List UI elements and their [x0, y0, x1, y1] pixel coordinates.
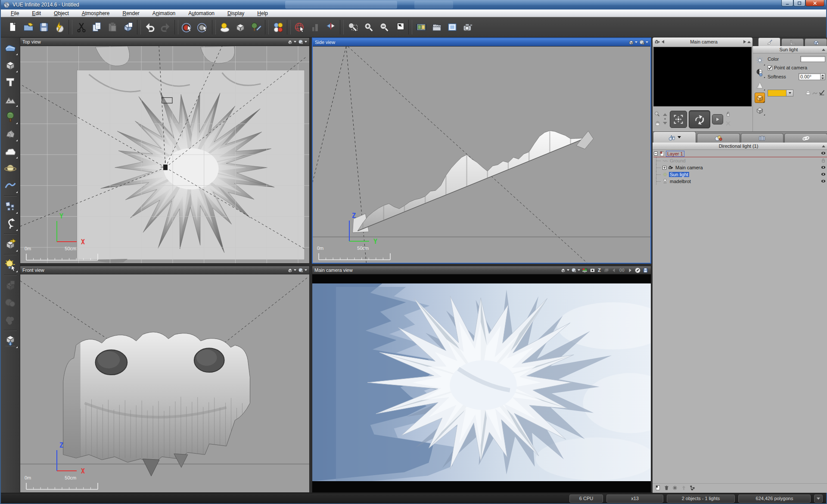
wind-effect-tool[interactable] — [2, 215, 19, 232]
light-bulb-tool[interactable] — [2, 257, 19, 273]
preview-zoom-icon[interactable] — [654, 111, 660, 118]
preview-pan-hand-icon[interactable] — [654, 120, 660, 128]
dot-rect-icon[interactable] — [589, 267, 596, 274]
softness-spin-arrows[interactable] — [820, 74, 825, 80]
scatter-objects-tool[interactable] — [2, 198, 19, 215]
front-view-canvas[interactable]: Z X 0m50cm — [20, 274, 309, 492]
aspect-tab-linked-objects[interactable] — [805, 38, 827, 46]
edit-terrain-button[interactable] — [248, 19, 264, 35]
preview-dolly-spinner[interactable] — [662, 112, 668, 127]
front-view-header[interactable]: Front view — [20, 266, 309, 274]
camera-settings-button[interactable] — [460, 19, 476, 35]
menu-help[interactable]: Help — [251, 9, 274, 17]
render-button[interactable] — [414, 19, 429, 35]
aspect-tab-measure-tool[interactable] — [781, 38, 804, 46]
light-rail-checker-sphere[interactable] — [755, 68, 765, 78]
quick-save-button[interactable] — [52, 19, 67, 35]
select-object-button[interactable] — [180, 19, 195, 35]
item-visibility-eye-icon[interactable] — [821, 178, 826, 185]
minimize-button[interactable] — [781, 0, 793, 6]
selection-section-header[interactable]: Directional light (1) — [653, 143, 827, 150]
tree-expander-plus[interactable] — [662, 166, 666, 170]
deselect-object-button[interactable] — [195, 19, 211, 35]
tree-item-madelbrot[interactable]: madelbrot — [653, 178, 827, 185]
camera-rotate-button[interactable] — [689, 110, 710, 128]
browser-tab-objects[interactable] — [653, 131, 696, 143]
top-view-header[interactable]: Top view — [20, 38, 309, 46]
screen-color-icon[interactable] — [581, 267, 588, 274]
spline-tool[interactable] — [2, 177, 19, 194]
sphere-view-icon[interactable] — [571, 267, 580, 274]
item-locked-icon[interactable] — [821, 158, 826, 164]
tree-item-sun-light[interactable]: Sun light — [653, 171, 827, 178]
collapse-section-button[interactable] — [822, 145, 825, 147]
hierarchy-icon[interactable] — [689, 485, 696, 492]
point-at-camera-checkbox[interactable] — [768, 65, 772, 70]
item-visibility-eye-icon[interactable] — [821, 150, 826, 157]
tree-expander-minus[interactable] — [654, 152, 658, 156]
flip-flags-button[interactable] — [323, 19, 339, 35]
depth-z-toggle[interactable]: Z — [597, 268, 602, 273]
export-object-tool[interactable] — [2, 236, 19, 252]
camera-lock-icon[interactable] — [725, 111, 731, 118]
status-options-dropdown[interactable] — [814, 495, 823, 503]
rotate-globe-button[interactable] — [292, 19, 308, 35]
top-view-canvas[interactable]: Y X 0m50cm — [20, 46, 309, 263]
new-document-button[interactable] — [5, 19, 21, 35]
light-rail-sun-icon[interactable] — [755, 55, 765, 65]
light-rail-cube-gray[interactable] — [755, 105, 765, 115]
next-camera-button[interactable] — [743, 40, 746, 44]
add-layer-icon[interactable] — [655, 485, 661, 492]
drop-to-ground-tool[interactable] — [2, 333, 19, 349]
rock-tool[interactable] — [2, 126, 19, 142]
menu-file[interactable]: File — [4, 9, 25, 17]
browser-tab-links[interactable] — [784, 133, 827, 143]
cube-small-icon[interactable] — [628, 39, 637, 46]
collapse-camera-panel-button[interactable] — [747, 41, 751, 43]
selection-set-button[interactable] — [270, 19, 286, 35]
title-bar[interactable]: VUE Infinite 2014.6 - Untitled — [1, 0, 826, 9]
pen-round-icon[interactable] — [634, 267, 641, 274]
save-sm-icon[interactable] — [642, 267, 649, 274]
edit-primitive-button[interactable] — [233, 19, 248, 35]
browser-tab-alternatives[interactable] — [741, 133, 784, 143]
menu-object[interactable]: Object — [47, 9, 75, 17]
sphere-view-icon[interactable] — [639, 39, 648, 46]
camera-preview[interactable] — [653, 47, 752, 106]
ghost-shadow-icon[interactable] — [805, 89, 811, 97]
duplicate-button[interactable] — [120, 19, 136, 35]
side-view-header[interactable]: Side view — [313, 38, 650, 47]
item-visibility-eye-icon[interactable] — [821, 171, 826, 178]
menu-edit[interactable]: Edit — [25, 9, 47, 17]
water-plane-tool[interactable] — [2, 40, 19, 56]
collapse-light-panel-button[interactable] — [822, 49, 825, 51]
open-file-button[interactable] — [21, 19, 36, 35]
arrow-right-sm-icon[interactable] — [627, 267, 633, 274]
aspect-tab-paint-tool[interactable] — [758, 37, 780, 46]
camera-pan-pad-button[interactable] — [670, 111, 687, 128]
metacloud-tool[interactable] — [2, 143, 19, 159]
zoom-region-button[interactable] — [345, 19, 361, 35]
undo-button[interactable] — [142, 19, 158, 35]
gel-color-dropdown[interactable] — [787, 90, 793, 96]
menu-render[interactable]: Render — [116, 9, 146, 17]
softness-spinbox[interactable]: 0.00° — [799, 73, 825, 80]
light-rail-cone-icon[interactable] — [755, 80, 765, 90]
layer-options-icon[interactable] — [672, 485, 678, 492]
fit-view-button[interactable] — [392, 19, 407, 35]
volumetric-check-icon[interactable] — [818, 89, 825, 97]
delete-layer-icon[interactable] — [663, 485, 670, 492]
zoom-out-button[interactable] — [376, 19, 392, 35]
tree-item-main-camera[interactable]: Main camera — [653, 164, 827, 171]
drop-object-button[interactable] — [217, 19, 233, 35]
light-color-swatch[interactable] — [800, 56, 825, 62]
menu-animation[interactable]: Animation — [146, 9, 182, 17]
browser-tab-materials[interactable] — [697, 133, 740, 143]
planet-tool[interactable] — [2, 160, 19, 177]
vegetation-tool[interactable] — [2, 109, 19, 125]
previous-camera-button[interactable] — [662, 40, 664, 44]
terrain-tool[interactable] — [2, 91, 19, 108]
render-area-button[interactable] — [445, 19, 460, 35]
cube-small-icon[interactable] — [560, 267, 569, 274]
menu-atmosphere[interactable]: Atmosphere — [75, 9, 116, 17]
